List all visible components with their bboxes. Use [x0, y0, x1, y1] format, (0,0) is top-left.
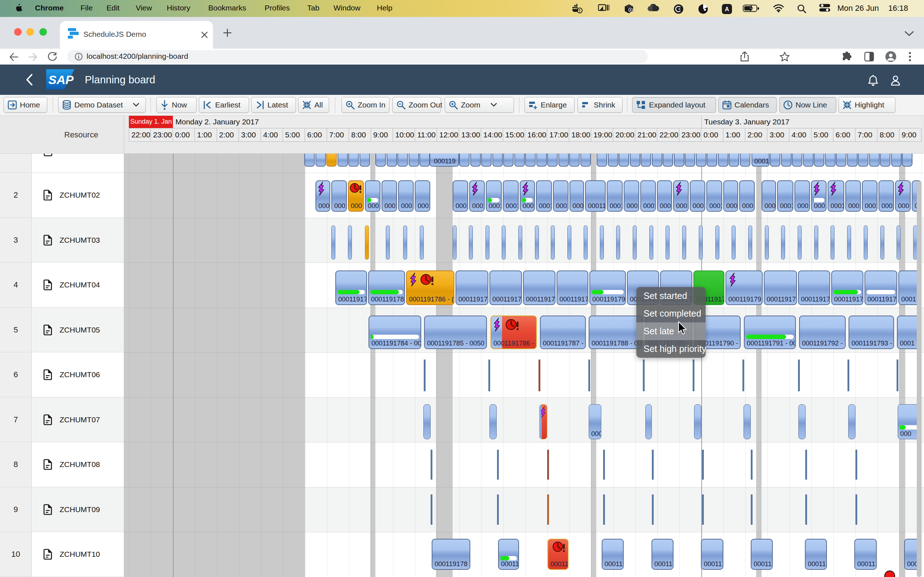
svg-text:A: A: [725, 6, 729, 12]
svg-text:SAP: SAP: [48, 73, 74, 87]
